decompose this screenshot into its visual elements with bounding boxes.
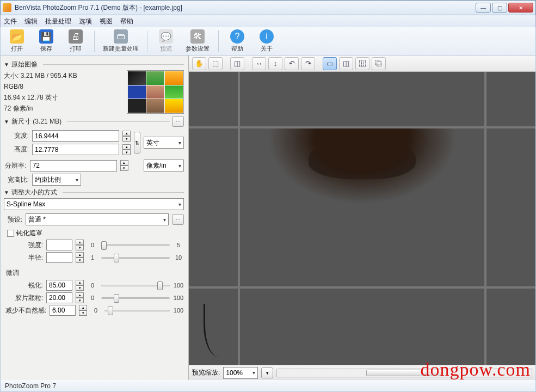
radius-slider[interactable] xyxy=(101,253,170,262)
width-input[interactable] xyxy=(32,130,119,142)
artifact-input[interactable]: 6.00 xyxy=(50,305,76,316)
zoom-dropdown-button[interactable]: ▾ xyxy=(261,367,273,378)
sharpen-input[interactable]: 85.00 xyxy=(46,280,72,291)
section-method[interactable]: ▼调整大小的方式 xyxy=(4,188,184,197)
section-newsize[interactable]: ▼新尺寸 (3.21 MB)⋯ xyxy=(4,116,184,127)
width-up[interactable]: ▴ xyxy=(122,131,131,136)
width-down[interactable]: ▾ xyxy=(122,136,131,142)
horizontal-scrollbar[interactable] xyxy=(276,369,532,377)
finetune-label: 微调 xyxy=(6,268,184,278)
print-button[interactable]: 🖨打印 xyxy=(63,29,89,54)
res-down[interactable]: ▾ xyxy=(120,166,128,171)
height-up[interactable]: ▴ xyxy=(122,144,131,150)
preview-bottom-bar: 预览缩放: 100% ▾ xyxy=(189,365,535,380)
view-split-v-button[interactable]: ⿲ xyxy=(355,57,369,70)
pan-tool[interactable]: ✋ xyxy=(192,57,206,70)
collapse-icon: ▼ xyxy=(4,119,9,125)
artifact-slider[interactable] xyxy=(104,305,170,315)
grain-slider[interactable] xyxy=(101,293,170,303)
preset-select[interactable]: 普通 * xyxy=(26,213,169,225)
marquee-tool[interactable]: ⬚ xyxy=(208,57,223,70)
menubar: 文件 编辑 批量处理 选项 视图 帮助 xyxy=(0,15,536,27)
about-button[interactable]: i关于 xyxy=(254,29,280,54)
sharpen-slider[interactable] xyxy=(101,280,170,290)
toolbar-separator xyxy=(218,30,219,52)
menu-help[interactable]: 帮助 xyxy=(120,17,133,26)
newsize-menu-button[interactable]: ⋯ xyxy=(172,116,184,127)
menu-file[interactable]: 文件 xyxy=(4,17,17,26)
menu-batch[interactable]: 批量处理 xyxy=(45,17,71,26)
thumbnail[interactable] xyxy=(127,70,184,114)
sidebar: ▼原始图像 大小: 3.21 MB / 965.4 KB RGB/8 16.94… xyxy=(1,56,189,380)
menu-view[interactable]: 视图 xyxy=(100,17,113,26)
algorithm-select[interactable]: S-Spline Max xyxy=(4,198,184,210)
open-button[interactable]: 📂打开 xyxy=(4,29,30,54)
maximize-button[interactable]: ▢ xyxy=(492,3,507,13)
res-up[interactable]: ▴ xyxy=(120,160,128,166)
crop-tool[interactable]: ◫ xyxy=(230,57,244,70)
save-button[interactable]: 💾保存 xyxy=(33,29,59,54)
rotate-cw-button[interactable]: ↷ xyxy=(301,57,315,70)
preview-button[interactable]: 💬预览 xyxy=(153,29,179,54)
toolbar-separator xyxy=(147,30,147,52)
preset-menu-button[interactable]: ⋯ xyxy=(172,214,184,225)
window-title: BenVista PhotoZoom Pro 7.1 (Demo 版本) - [… xyxy=(15,3,476,13)
preview-canvas[interactable] xyxy=(189,72,535,365)
original-info: 大小: 3.21 MB / 965.4 KB RGB/8 16.94 x 12.… xyxy=(4,70,122,114)
settings-button[interactable]: 🛠参数设置 xyxy=(182,29,213,54)
new-batch-button[interactable]: 🗃新建批量处理 xyxy=(100,29,141,54)
unsharp-checkbox[interactable]: 钝化遮罩 xyxy=(7,229,184,238)
zoom-label: 预览缩放: xyxy=(192,368,220,377)
radius-input[interactable] xyxy=(46,252,72,263)
height-input[interactable] xyxy=(32,144,119,155)
toolbar-separator xyxy=(94,30,95,52)
aspect-select[interactable]: 约束比例 xyxy=(32,174,81,186)
view-sync-button[interactable]: ⿻ xyxy=(372,57,386,70)
view-split-h-button[interactable]: ◫ xyxy=(339,57,353,70)
preview-panel: ✋ ⬚ ◫ ↔ ↕ ↶ ↷ ▭ ◫ ⿲ ⿻ 预览缩放: 100% ▾ xyxy=(189,56,535,380)
titlebar: BenVista PhotoZoom Pro 7.1 (Demo 版本) - [… xyxy=(0,0,536,15)
close-button[interactable]: ✕ xyxy=(508,3,533,13)
grain-input[interactable]: 20.00 xyxy=(46,292,72,303)
flip-h-button[interactable]: ↔ xyxy=(252,57,266,70)
view-single-button[interactable]: ▭ xyxy=(323,57,337,70)
statusbar: PhotoZoom Pro 7 xyxy=(0,380,536,392)
preview-toolbar: ✋ ⬚ ◫ ↔ ↕ ↶ ↷ ▭ ◫ ⿲ ⿻ xyxy=(189,56,535,72)
strength-input[interactable] xyxy=(46,240,72,250)
app-icon xyxy=(3,3,11,12)
help-button[interactable]: ?帮助 xyxy=(224,29,250,54)
res-unit-select[interactable]: 像素/in xyxy=(144,160,184,171)
rotate-ccw-button[interactable]: ↶ xyxy=(285,57,299,70)
section-original[interactable]: ▼原始图像 xyxy=(4,60,184,69)
strength-slider[interactable] xyxy=(101,240,170,250)
unit-select[interactable]: 英寸 xyxy=(144,137,184,149)
collapse-icon: ▼ xyxy=(4,189,9,195)
resolution-input[interactable] xyxy=(30,160,117,171)
menu-options[interactable]: 选项 xyxy=(79,17,92,26)
main-toolbar: 📂打开 💾保存 🖨打印 🗃新建批量处理 💬预览 🛠参数设置 ?帮助 i关于 xyxy=(0,27,536,56)
height-down[interactable]: ▾ xyxy=(122,150,131,155)
flip-v-button[interactable]: ↕ xyxy=(268,57,282,70)
menu-edit[interactable]: 编辑 xyxy=(24,17,38,26)
collapse-icon: ▼ xyxy=(4,62,9,68)
status-text: PhotoZoom Pro 7 xyxy=(5,382,56,390)
lock-aspect-button[interactable]: ⇅ xyxy=(134,132,140,154)
minimize-button[interactable]: — xyxy=(476,3,491,13)
zoom-select[interactable]: 100% xyxy=(223,367,258,379)
